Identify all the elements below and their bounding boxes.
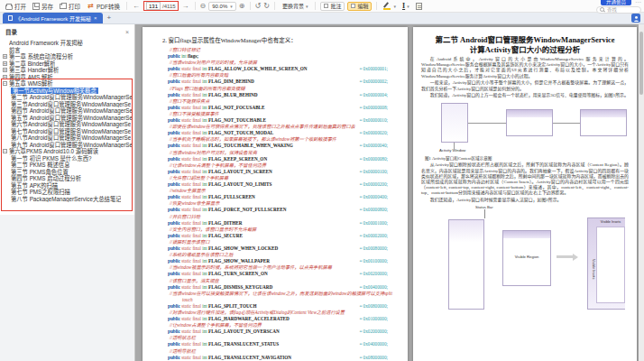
outline-item[interactable]: 第八节 PackageManagerService大总结笔记 (0, 196, 134, 203)
figure-1-diagram: Activity Window (428, 101, 621, 153)
outline-item-label: 第三节 PKMS角色位置 (11, 169, 69, 176)
open-button[interactable]: 打开 (4, 1, 28, 12)
page-number-input[interactable] (146, 2, 161, 10)
outline-item[interactable]: +第二章 Binder解析 (0, 60, 134, 68)
leader-line (484, 209, 485, 218)
outline-item[interactable]: −第六章PKMS Android10.0 源码解读 (0, 148, 134, 155)
code-comment: //window全屏显示 (168, 188, 400, 194)
zoom-in-icon[interactable]: ⊕ (239, 2, 245, 10)
outline-item[interactable]: +第三章 Handler解析 (0, 67, 134, 74)
user-icon (633, 15, 639, 22)
new-tab-button[interactable]: + (107, 14, 112, 22)
code-value: = 0x00002000; (359, 233, 400, 239)
code-value: = 0x00000400; (359, 194, 400, 200)
code-line: public static final int FLAG_FULLSCREEN=… (168, 194, 400, 200)
outline-item[interactable]: 第七节 PMS之权限扫描 (0, 189, 134, 196)
visible-insets-label: Visible Insets (588, 220, 625, 224)
member-button[interactable]: 开通会员 (601, 0, 631, 5)
document-icon (8, 15, 13, 21)
next-page-button[interactable]: → (181, 2, 190, 10)
expand-icon[interactable]: + (3, 75, 7, 79)
tab-bar: 《Android Framework 开发揭秘 × + (0, 13, 644, 24)
collapse-icon[interactable]: − (3, 81, 7, 86)
outline-item[interactable]: 第八节Android窗口管理服务WindowManagerSe (0, 134, 134, 142)
outline-item[interactable]: 第六节Android窗口管理服务WindowManagerSe (0, 121, 134, 128)
outline-item[interactable]: Android Framework 开发揭秘 (0, 40, 134, 47)
outline-item[interactable]: +第一章 系统启动流程分析 (0, 53, 134, 60)
edit-mode-button[interactable]: 编辑 (347, 2, 372, 11)
more-icon[interactable]: ⋯ (635, 0, 641, 5)
code-line: public static final int FLAG_LAYOUT_IN_S… (168, 169, 400, 175)
toolbar-separator (376, 2, 377, 10)
search-input[interactable]: 查找 (596, 6, 641, 14)
visible-region-hole (596, 227, 625, 303)
arrow-icon (557, 254, 578, 261)
pdf-page-right[interactable]: 第二节 Android窗口管理服务WindowManagerService 计算… (413, 27, 637, 361)
text-tool-button[interactable]: I ▾ (400, 1, 411, 12)
outline-item[interactable]: 第三节 PKMS角色位置 (0, 169, 134, 176)
code-comment: //透明状态栏 (168, 335, 400, 341)
prev-page-button[interactable]: ← (132, 2, 141, 10)
rotate-right-icon[interactable]: ↻ (263, 2, 270, 10)
code-line: public static final int FLAG_BLUR_BEHIND… (168, 92, 400, 98)
outline-item[interactable]: 第一节Activity与Window相关概念 (0, 88, 134, 95)
change-background-button[interactable]: 更换背景 ▾ (280, 2, 311, 11)
highlight-pen-button[interactable]: ▾ (382, 1, 398, 12)
login-avatar-button[interactable] (631, 14, 640, 23)
note-tool-button[interactable] (414, 1, 424, 12)
sidebar-close-icon[interactable]: × (125, 29, 129, 35)
outline-item[interactable]: 第七节Android窗口管理服务WindowManagerSe (0, 128, 134, 135)
scrollbar-thumb[interactable] (639, 32, 643, 95)
outline-item[interactable]: 第四节 Android窗口管理服务WindowManagerSe (0, 107, 134, 115)
section-title: 第二节 Android窗口管理服务WindowManagerService 计算… (421, 35, 629, 54)
paragraph: 一般来说，Activity窗口的大小等于整个屏幕的大小，但是它并不占据着整块屏幕… (421, 80, 629, 91)
save-as-button[interactable]: 另存 (31, 1, 55, 12)
print-button[interactable]: 打印 (58, 1, 82, 12)
toolbar: 打开 另存 打印 ⇄ PDF转换 ← /4115 → ⊖ 90.0% ▾ ⊕ (0, 0, 644, 13)
outline-item[interactable]: 第一节 初识 PKMS 是什么东西? (0, 155, 134, 162)
code-value: = 0x00000800; (359, 207, 400, 213)
code-value: = 0x00400000; (359, 284, 400, 291)
pdf-convert-button[interactable]: ⇄ PDF转换 (85, 1, 122, 12)
code-line: public static final int FLAG_TOUCHABLE_W… (168, 143, 400, 149)
open-button-label: 打开 (14, 2, 26, 11)
document-canvas: 2. 窗口flags显示属性在WindowManager中也有定义： //窗口特… (135, 24, 644, 361)
tab-close-icon[interactable]: × (94, 15, 97, 21)
outline-item[interactable]: 第五节 Android窗口管理服务WindowManagerSe (0, 115, 134, 122)
section-title-line1: 第二节 Android窗口管理服务WindowManagerService (421, 35, 629, 45)
document-tab[interactable]: 《Android Framework 开发揭秘 × (3, 13, 103, 23)
search-icon (600, 7, 605, 13)
vertical-scrollbar[interactable] (639, 24, 644, 361)
outline-item[interactable]: 第二节 PKMS 概述信息 (0, 162, 134, 169)
outline-item[interactable]: 第九节 Android窗口管理服务WindowManagerSe (0, 142, 134, 149)
code-line: public static final int FLAG_TURN_SCREEN… (168, 271, 400, 277)
outline-item[interactable]: 第五节 APK的扫描 (0, 182, 134, 190)
code-comment: //安全内容窗口，该窗口显示时不允许截屏 (168, 227, 400, 233)
zoom-level-select[interactable]: 90.0% ▾ (208, 2, 236, 11)
print-icon (60, 4, 67, 9)
outline-item-label: 第二节 Android窗口管理服务WindowManagerSe (11, 94, 133, 101)
code-comment: //该窗口显示，消失键盘 (168, 278, 400, 284)
outline-item[interactable]: 第四节 PKMS 启动过程分析 (0, 175, 134, 182)
activity-window-label: Activity Window (439, 148, 465, 153)
pdf-page-left[interactable]: 2. 窗口flags显示属性在WindowManager中也有定义： //窗口特… (143, 27, 408, 361)
outline-item[interactable]: 第三节Android窗口管理服务WindowManagerSe (0, 101, 134, 108)
outline-item[interactable]: −第五章 WMS解析 (0, 80, 134, 88)
outline-item[interactable]: 前言 (0, 47, 134, 54)
expand-icon[interactable]: + (3, 54, 7, 59)
outline-item[interactable]: 第二节 Android窗口管理服务WindowManagerSe (0, 94, 134, 101)
expand-icon[interactable]: + (3, 68, 7, 72)
figure-2-diagram: Status Bar Visible Region Visible Insets… (425, 205, 625, 311)
code-value: = 0x00000020; (359, 130, 400, 136)
rotate-left-icon[interactable]: ↺ (255, 2, 262, 10)
annotate-mode-button[interactable]: 批注 (320, 2, 345, 11)
outline-item[interactable]: +第四章 AMS 解析 (0, 74, 134, 81)
zoom-out-icon[interactable]: ⊖ (200, 2, 207, 10)
collapse-icon[interactable]: − (3, 149, 7, 153)
page-number-group: /4115 (143, 1, 179, 11)
outline-item-label: 第一节 初识 PKMS 是什么东西? (11, 155, 92, 162)
expand-icon[interactable]: + (3, 61, 7, 66)
outline-tree: Android Framework 开发揭秘前言+第一章 系统启动流程分析+第二… (0, 39, 134, 202)
code-value: = 0x00080000; (359, 245, 400, 252)
outline-item-label: 第一节Activity与Window相关概念 (11, 88, 98, 95)
